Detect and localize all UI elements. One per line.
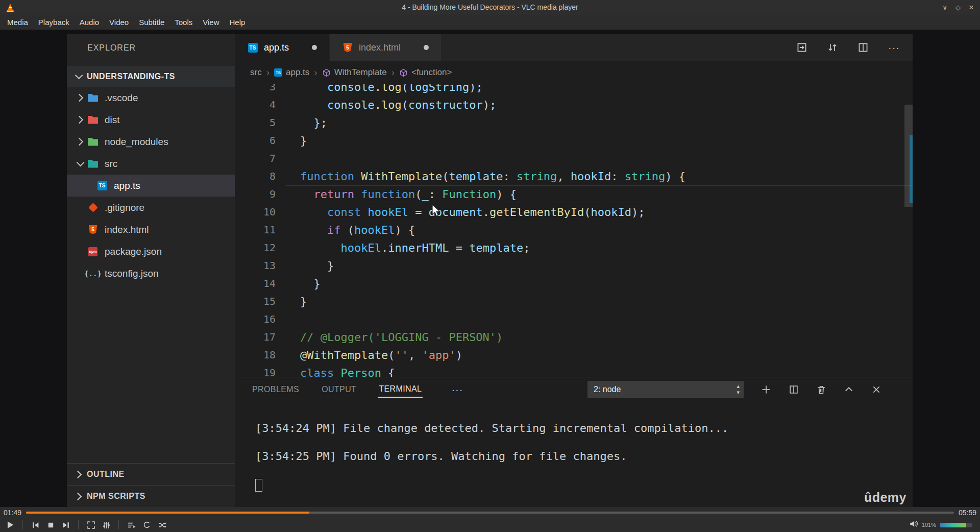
menu-view[interactable]: View xyxy=(198,18,224,27)
maximize-panel-icon[interactable] xyxy=(844,384,854,395)
tree-item-dist[interactable]: dist xyxy=(67,109,235,131)
split-editor-icon[interactable] xyxy=(857,42,869,53)
line-number: 7 xyxy=(235,150,286,167)
panel-tab-problems[interactable]: PROBLEMS xyxy=(251,382,300,397)
project-section-header[interactable]: UNDERSTANDING-TS xyxy=(67,66,235,87)
code-line-13[interactable]: 13 } xyxy=(235,257,913,275)
seek-slider[interactable] xyxy=(26,512,954,514)
breadcrumb-label: <function> xyxy=(411,67,452,78)
playlist-button[interactable] xyxy=(124,519,139,531)
line-number: 17 xyxy=(235,328,286,346)
menu-playback[interactable]: Playback xyxy=(33,18,75,27)
breadcrumb-separator: › xyxy=(391,67,395,78)
breadcrumb-item-4[interactable]: <function> xyxy=(399,67,452,78)
code-line-5[interactable]: 5 }; xyxy=(235,114,913,132)
explorer-sidebar: EXPLORER UNDERSTANDING-TS .vscodedistnod… xyxy=(67,34,235,507)
code-line-text: console.log(logString); xyxy=(286,84,913,96)
tab-label: index.html xyxy=(359,42,401,53)
terminal-selector-value: 2: node xyxy=(594,385,621,394)
panel-tab-terminal[interactable]: TERMINAL xyxy=(378,381,423,398)
sync-changes-icon[interactable] xyxy=(827,42,838,53)
menu-audio[interactable]: Audio xyxy=(75,18,104,27)
fullscreen-button[interactable] xyxy=(83,519,99,531)
tree-item-label: node_modules xyxy=(105,136,168,148)
menu-subtitle[interactable]: Subtitle xyxy=(134,18,169,27)
previous-button[interactable] xyxy=(28,519,43,531)
volume-fill xyxy=(940,523,966,527)
breadcrumb-label: app.ts xyxy=(286,67,309,78)
breadcrumb-item-3[interactable]: WithTemplate xyxy=(322,67,387,78)
tab-appts[interactable]: TSapp.ts xyxy=(235,34,330,61)
tree-item-packagejson[interactable]: npmpackage.json xyxy=(67,240,235,262)
code-line-10[interactable]: 10 const hookEl = document.getElementByI… xyxy=(235,203,913,221)
speaker-icon[interactable] xyxy=(909,519,918,530)
code-line-14[interactable]: 14 } xyxy=(235,275,913,293)
code-line-15[interactable]: 15} xyxy=(235,293,913,310)
menu-help[interactable]: Help xyxy=(225,18,251,27)
code-editor[interactable]: 3 console.log(logString);4 console.log(c… xyxy=(235,84,913,377)
loop-button[interactable] xyxy=(139,519,154,531)
menu-tools[interactable]: Tools xyxy=(169,18,198,27)
code-line-12[interactable]: 12 hookEl.innerHTML = template; xyxy=(235,239,913,257)
breadcrumb-item-2[interactable]: TSapp.ts xyxy=(274,67,309,78)
breadcrumb-item-1[interactable]: src xyxy=(250,67,262,78)
code-line-17[interactable]: 17// @Logger('LOGGING - PERSON') xyxy=(235,328,913,346)
npm-scripts-section-header[interactable]: NPM SCRIPTS xyxy=(67,485,235,507)
tree-item-gitignore[interactable]: .gitignore xyxy=(67,197,235,219)
close-panel-icon[interactable] xyxy=(871,384,881,395)
video-area[interactable]: EXPLORER UNDERSTANDING-TS .vscodedistnod… xyxy=(0,30,980,507)
menu-video[interactable]: Video xyxy=(104,18,134,27)
outline-section-header[interactable]: OUTLINE xyxy=(67,463,235,485)
terminal-output[interactable]: [3:54:24 PM] File change detected. Start… xyxy=(255,421,728,492)
close-icon[interactable]: × xyxy=(969,3,974,13)
code-line-3[interactable]: 3 console.log(logString); xyxy=(235,84,913,96)
tree-item-indexhtml[interactable]: 5index.html xyxy=(67,219,235,240)
stop-button[interactable] xyxy=(43,519,58,531)
code-line-6[interactable]: 6} xyxy=(235,132,913,150)
code-line-19[interactable]: 19class Person { xyxy=(235,364,913,377)
tree-item-label: .gitignore xyxy=(105,202,144,213)
play-button[interactable] xyxy=(3,519,18,531)
next-button[interactable] xyxy=(58,519,74,531)
maximize-icon[interactable]: ◇ xyxy=(955,4,961,11)
divider xyxy=(22,520,23,529)
code-line-7[interactable]: 7 xyxy=(235,150,913,167)
tree-item-appts[interactable]: TSapp.ts xyxy=(67,175,235,197)
code-line-4[interactable]: 4 console.log(constructor); xyxy=(235,96,913,114)
line-number: 16 xyxy=(235,310,286,328)
split-terminal-icon[interactable] xyxy=(789,384,799,395)
panel-more-actions-icon[interactable]: ··· xyxy=(451,384,463,396)
new-terminal-icon[interactable] xyxy=(761,384,771,395)
tab-indexhtml[interactable]: 5index.html xyxy=(330,34,442,61)
code-line-8[interactable]: 8function WithTemplate(template: string,… xyxy=(235,167,913,185)
open-changes-icon[interactable] xyxy=(796,42,807,53)
volume-group: 101% xyxy=(909,519,977,530)
total-time: 05:59 xyxy=(959,509,976,517)
code-line-16[interactable]: 16 xyxy=(235,310,913,328)
tree-item-vscode[interactable]: .vscode xyxy=(67,87,235,109)
code-line-9[interactable]: 9 return function(_: Function) { xyxy=(235,185,913,203)
extended-settings-button[interactable] xyxy=(99,519,114,531)
code-line-text: @WithTemplate('', 'app') xyxy=(286,346,913,364)
code-line-11[interactable]: 11 if (hookEl) { xyxy=(235,221,913,239)
modified-dot-icon[interactable] xyxy=(424,45,429,50)
chevron-down-icon xyxy=(75,71,83,80)
volume-slider[interactable] xyxy=(940,523,972,527)
terminal-selector[interactable]: 2: node ▴▾ xyxy=(587,381,744,398)
more-actions-icon[interactable]: ··· xyxy=(888,42,900,54)
minimize-icon[interactable]: ∨ xyxy=(943,4,948,11)
tree-item-tsconfigjson[interactable]: {..}tsconfig.json xyxy=(67,262,235,284)
git-icon xyxy=(86,201,100,214)
panel-tab-output[interactable]: OUTPUT xyxy=(321,382,357,397)
menu-media[interactable]: Media xyxy=(2,18,33,27)
code-line-text: } xyxy=(286,257,913,275)
modified-dot-icon[interactable] xyxy=(312,45,317,50)
line-number: 11 xyxy=(235,221,286,239)
code-line-18[interactable]: 18@WithTemplate('', 'app') xyxy=(235,346,913,364)
kill-terminal-icon[interactable] xyxy=(816,384,826,395)
terminal-line xyxy=(255,464,728,478)
tree-item-node_modules[interactable]: node_modules xyxy=(67,131,235,153)
tree-item-src[interactable]: src xyxy=(67,153,235,175)
random-button[interactable] xyxy=(154,519,169,531)
npm-scripts-label: NPM SCRIPTS xyxy=(87,492,145,501)
